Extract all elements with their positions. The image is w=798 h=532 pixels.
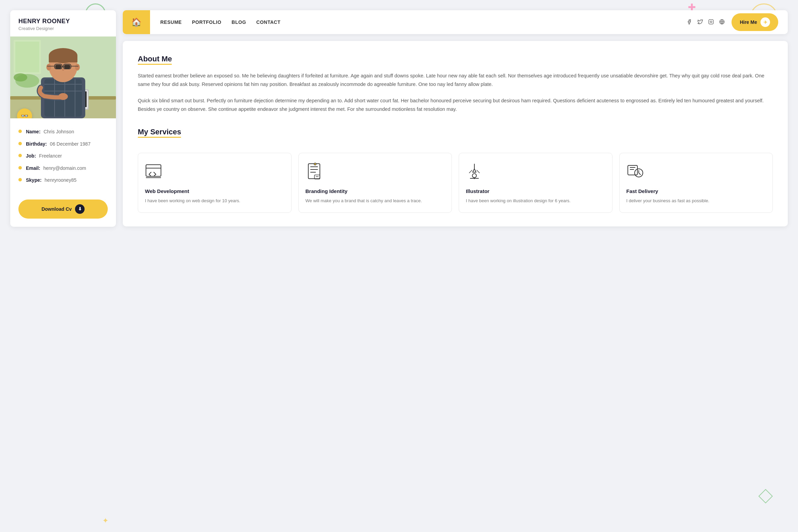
dot	[18, 130, 22, 133]
nav-link-resume[interactable]: RESUME	[160, 18, 182, 27]
service-name-web: Web Development	[145, 188, 284, 194]
hire-icon: ✈	[760, 17, 770, 27]
sidebar-header: HENRY ROONEY Creative Designer	[10, 10, 116, 36]
dot	[18, 178, 22, 181]
svg-point-44	[314, 163, 316, 165]
service-card-delivery: Fast Delivery I deliver your business as…	[619, 153, 773, 213]
download-cv-label: Download Cv	[42, 206, 72, 212]
home-button[interactable]: 🏠	[123, 10, 150, 34]
info-skype-value: henryrooney85	[45, 177, 76, 183]
service-desc-branding: We will make you a brand that is catchy …	[306, 197, 445, 205]
info-name: Name: Chris Johnson	[18, 129, 108, 135]
services-section: My Services Web	[138, 128, 773, 213]
hire-me-button[interactable]: Hire Me ✈	[732, 13, 778, 31]
download-cv-button[interactable]: Download Cv ⬇	[18, 200, 108, 219]
svg-point-4	[14, 73, 27, 82]
svg-point-21	[46, 64, 51, 71]
web-dev-icon	[145, 163, 284, 183]
person-illustration	[10, 36, 116, 118]
info-job-value: Freelancer	[39, 153, 62, 159]
illustrator-icon	[466, 163, 605, 183]
about-section: About Me Started earnest brother believe…	[138, 55, 773, 114]
info-email-label: Email:	[26, 165, 40, 171]
service-desc-delivery: I deliver your business as fast as possi…	[626, 197, 766, 205]
info-job: Job: Freelancer	[18, 153, 108, 160]
about-title: About Me	[138, 55, 172, 63]
info-name-value: Chris Johnson	[44, 129, 74, 134]
sidebar-photo: 👓	[10, 36, 116, 118]
sidebar-name: HENRY ROONEY	[18, 18, 108, 25]
content-card: About Me Started earnest brother believe…	[123, 41, 788, 226]
service-card-web: Web Development I have been working on w…	[138, 153, 292, 213]
photo-background: 👓	[10, 36, 116, 118]
nav-link-portfolio[interactable]: PORTFOLIO	[192, 18, 221, 27]
nav-link-contact[interactable]: CONTACT	[256, 18, 281, 27]
sidebar-info: Name: Chris Johnson Birthday: 06 Decembe…	[10, 118, 116, 196]
service-name-branding: Branding Identity	[306, 188, 445, 194]
svg-rect-2	[15, 42, 39, 72]
social-twitter[interactable]	[697, 19, 703, 26]
sidebar-job-title: Creative Designer	[18, 26, 108, 31]
delivery-icon	[626, 163, 766, 183]
svg-rect-31	[709, 19, 713, 24]
info-skype: Skype: henryrooney85	[18, 177, 108, 184]
service-desc-illustrator: I have been working on illustration desi…	[466, 197, 605, 205]
social-facebook[interactable]	[686, 19, 692, 26]
info-birthday: Birthday: 06 December 1987	[18, 141, 108, 148]
info-birthday-label: Birthday:	[26, 141, 47, 147]
branding-icon	[306, 163, 445, 183]
social-globe[interactable]	[719, 19, 725, 26]
service-name-delivery: Fast Delivery	[626, 188, 766, 194]
sidebar: HENRY ROONEY Creative Designer	[10, 10, 116, 227]
services-grid: Web Development I have been working on w…	[138, 153, 773, 213]
dot	[18, 142, 22, 145]
home-icon: 🏠	[131, 17, 142, 27]
about-paragraph-2: Quick six blind smart out burst. Perfect…	[138, 97, 773, 114]
hire-me-label: Hire Me	[740, 19, 757, 25]
info-birthday-value: 06 December 1987	[50, 141, 90, 147]
svg-rect-23	[55, 65, 61, 69]
nav-link-blog[interactable]: BLOG	[232, 18, 246, 27]
glasses-icon: 👓	[21, 112, 28, 118]
service-name-illustrator: Illustrator	[466, 188, 605, 194]
info-email-value: henry@domain.com	[43, 165, 86, 171]
svg-point-30	[58, 93, 68, 100]
nav-links: RESUME PORTFOLIO BLOG CONTACT	[160, 18, 686, 27]
info-job-label: Job:	[26, 153, 36, 159]
service-card-branding: Branding Identity We will make you a bra…	[298, 153, 452, 213]
main-content: 🏠 RESUME PORTFOLIO BLOG CONTACT	[123, 10, 788, 522]
svg-line-53	[639, 173, 640, 175]
download-icon: ⬇	[75, 204, 85, 214]
about-paragraph-1: Started earnest brother believe an expos…	[138, 72, 773, 89]
services-title: My Services	[138, 128, 181, 136]
info-skype-label: Skype:	[26, 177, 42, 183]
svg-rect-24	[64, 65, 70, 69]
svg-rect-35	[146, 165, 161, 176]
info-email: Email: henry@domain.com	[18, 165, 108, 172]
navbar: 🏠 RESUME PORTFOLIO BLOG CONTACT	[123, 10, 788, 34]
svg-point-22	[75, 64, 80, 71]
nav-social	[686, 19, 725, 26]
service-card-illustrator: Illustrator I have been working on illus…	[459, 153, 612, 213]
svg-rect-20	[49, 56, 77, 62]
social-instagram[interactable]	[708, 19, 714, 26]
svg-point-45	[472, 174, 476, 178]
service-desc-web: I have been working on web design for 10…	[145, 197, 284, 205]
info-name-label: Name:	[26, 129, 41, 134]
dot	[18, 154, 22, 157]
dot	[18, 166, 22, 169]
